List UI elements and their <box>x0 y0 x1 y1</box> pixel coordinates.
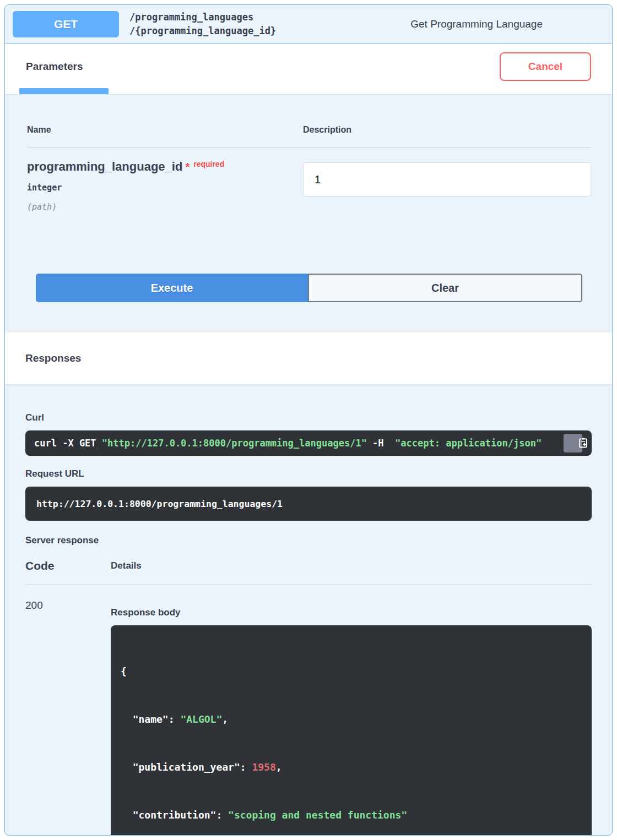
copy-curl-button[interactable] <box>564 434 582 452</box>
curl-command-text: curl -X GET "http://127.0.0.1:8000/progr… <box>34 438 542 449</box>
parameter-type: integer <box>27 183 303 193</box>
parameter-value-cell <box>303 160 591 212</box>
json-line: "contribution": "scoping and nested func… <box>121 807 582 823</box>
name-column-header: Name <box>27 125 303 135</box>
parameters-title: Parameters <box>26 61 83 73</box>
endpoint-path: /programming_languages /{programming_lan… <box>129 10 276 38</box>
parameter-location: (path) <box>27 202 303 212</box>
responses-section-header: Responses <box>5 332 612 385</box>
request-url-block: http://127.0.0.1:8000/programming_langua… <box>25 487 592 521</box>
parameters-section-header: Parameters Cancel <box>5 44 612 94</box>
http-method-badge: GET <box>13 11 119 37</box>
operation-summary-header[interactable]: GET /programming_languages /{programming… <box>5 5 612 44</box>
request-url-label: Request URL <box>25 468 592 479</box>
response-details-cell: Response body { "name": "ALGOL", "public… <box>111 599 592 836</box>
operation-block-get: GET /programming_languages /{programming… <box>4 4 613 836</box>
status-code: 200 <box>25 599 111 836</box>
server-response-row: 200 Response body { "name": "ALGOL", "pu… <box>25 585 592 836</box>
required-asterisk: * <box>185 161 190 173</box>
parameter-name: programming_language_id <box>27 160 182 173</box>
curl-label: Curl <box>25 412 592 423</box>
json-open-brace: { <box>121 663 582 679</box>
json-line: "publication_year": 1958, <box>121 759 582 775</box>
required-label: required <box>193 160 224 168</box>
parameters-body: Name Description programming_language_id… <box>5 94 612 302</box>
active-tab-underline <box>19 88 109 94</box>
response-body-label: Response body <box>111 607 592 618</box>
operation-summary: Get Programming Language <box>410 18 543 30</box>
clipboard-icon <box>557 430 588 456</box>
server-response-label: Server response <box>25 535 592 546</box>
parameter-info: programming_language_id*required integer… <box>27 160 303 212</box>
execute-button[interactable]: Execute <box>36 274 308 302</box>
request-url-text: http://127.0.0.1:8000/programming_langua… <box>36 499 283 509</box>
code-column-header: Code <box>25 559 111 572</box>
parameter-row: programming_language_id*required integer… <box>27 148 591 212</box>
details-column-header: Details <box>111 560 592 571</box>
responses-title: Responses <box>25 352 81 364</box>
endpoint-path-line2: /{programming_language_id} <box>129 24 276 38</box>
json-line: "name": "ALGOL", <box>121 711 582 727</box>
curl-command-block: curl -X GET "http://127.0.0.1:8000/progr… <box>25 430 592 456</box>
execute-button-group: Execute Clear <box>36 274 582 302</box>
responses-body: Curl curl -X GET "http://127.0.0.1:8000/… <box>5 412 612 836</box>
server-response-table-header: Code Details <box>25 559 592 585</box>
response-body-block: { "name": "ALGOL", "publication_year": 1… <box>111 625 592 836</box>
parameter-name-line: programming_language_id*required <box>27 160 303 174</box>
cancel-button[interactable]: Cancel <box>500 52 591 81</box>
description-column-header: Description <box>303 125 591 135</box>
parameters-table-header: Name Description <box>27 94 591 148</box>
endpoint-path-line1: /programming_languages <box>129 10 276 24</box>
parameter-value-input[interactable] <box>303 162 591 197</box>
clear-button[interactable]: Clear <box>308 274 582 302</box>
